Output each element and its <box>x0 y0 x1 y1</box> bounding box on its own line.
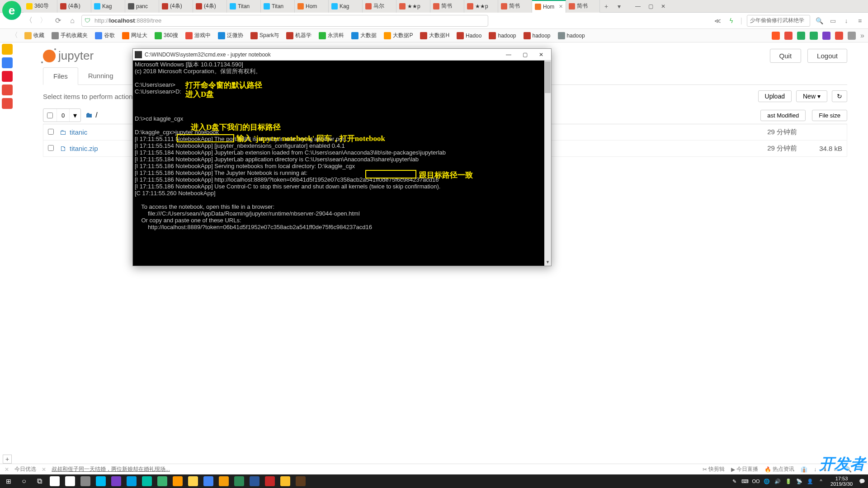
new-button[interactable]: New ▾ <box>796 90 827 102</box>
sidebar-icon[interactable] <box>2 71 13 82</box>
taskbar-app[interactable] <box>201 475 216 488</box>
new-tab-icon[interactable]: + <box>603 3 610 10</box>
bookmarks-prev-icon[interactable]: 〈 <box>9 30 20 41</box>
taskbar-app[interactable] <box>262 475 278 488</box>
col-file-size[interactable]: File size <box>812 110 847 121</box>
taskbar-clock[interactable]: 17:532019/3/30 <box>827 476 856 487</box>
taskbar-app[interactable] <box>216 475 231 488</box>
search-icon[interactable]: 🔍 <box>815 16 824 25</box>
taskbar-app[interactable] <box>78 475 93 488</box>
browser-tab[interactable]: (4条) <box>159 0 193 13</box>
jupyter-logo[interactable]: jupyter <box>43 49 94 63</box>
select-all[interactable]: 0 ▾ <box>43 108 81 122</box>
nav-forward-icon[interactable]: 〉 <box>38 15 49 26</box>
taskbar-app[interactable] <box>247 475 262 488</box>
bookmark-item[interactable]: 大数据P <box>381 31 415 40</box>
news-live[interactable]: ▶ 今日直播 <box>731 465 758 473</box>
toolbar-icon[interactable] <box>835 32 843 40</box>
cmd-scrollbar[interactable]: ▲ ▼ <box>544 61 551 266</box>
browser-tab[interactable]: ★★p <box>464 0 498 13</box>
select-all-checkbox[interactable] <box>47 113 53 118</box>
bookmark-item[interactable]: 收藏 <box>22 31 47 40</box>
browser-tab[interactable]: panc <box>125 0 159 13</box>
browser-tab[interactable]: 简书 <box>430 0 464 13</box>
browser-tab[interactable]: Hom <box>295 0 329 13</box>
browser-tab[interactable]: 简书 <box>498 0 532 13</box>
tray-icon[interactable]: 🔋 <box>783 476 793 486</box>
bookmark-item[interactable]: Spark与 <box>248 31 282 40</box>
tab-list-icon[interactable]: ▾ <box>615 3 623 10</box>
row-checkbox[interactable] <box>48 145 54 151</box>
news-hot[interactable]: 🔥 热点资讯 <box>764 465 794 473</box>
cortana-icon[interactable]: ○ <box>16 475 32 488</box>
scroll-down-icon[interactable]: ▼ <box>544 259 551 266</box>
file-name[interactable]: titanic.zip <box>70 145 98 152</box>
taskbar-app[interactable] <box>185 475 201 488</box>
row-checkbox[interactable] <box>48 129 54 135</box>
taskbar-app[interactable] <box>293 475 308 488</box>
bookmark-item[interactable]: 网址大 <box>119 31 150 40</box>
browser-tab[interactable]: Kag <box>91 0 125 13</box>
logout-button[interactable]: Logout <box>807 49 847 63</box>
quit-button[interactable]: Quit <box>770 49 802 63</box>
bookmark-item[interactable]: hadoop <box>521 31 553 40</box>
reload-icon[interactable]: ⟳ <box>52 15 63 26</box>
bookmark-item[interactable]: 泛微协 <box>215 31 246 40</box>
sidebar-icon[interactable] <box>2 98 13 109</box>
bookmark-item[interactable]: 大数据 <box>349 31 379 40</box>
menu-icon[interactable]: ≡ <box>855 16 864 25</box>
browser-tab[interactable]: 简书 <box>566 0 600 13</box>
nav-back-icon[interactable]: 〈 <box>24 15 34 26</box>
bookmark-item[interactable]: 360搜 <box>152 31 181 40</box>
sidebar-icon[interactable] <box>2 57 13 68</box>
cmd-minimize[interactable]: — <box>500 50 517 60</box>
sidebar-add-button[interactable]: + <box>3 455 12 464</box>
toolbar-icon[interactable] <box>772 32 780 40</box>
cmd-maximize[interactable]: ▢ <box>517 50 533 60</box>
browser-tab[interactable]: 360导 <box>24 0 57 13</box>
cmd-titlebar[interactable]: C:\WINDOWS\system32\cmd.exe - jupyter no… <box>133 49 551 61</box>
news-clip[interactable]: ✂ 快剪辑 <box>703 465 725 473</box>
tray-icon[interactable]: ^ <box>816 476 826 486</box>
browser-tab[interactable]: Titan <box>227 0 261 13</box>
browser-tab[interactable]: Hom✕ <box>532 0 566 13</box>
bookmarks-more-icon[interactable]: » <box>860 32 864 40</box>
tab-running[interactable]: Running <box>78 67 123 84</box>
upload-button[interactable]: Upload <box>758 90 792 102</box>
taskbar-app[interactable] <box>155 475 170 488</box>
tab-close-icon[interactable]: ✕ <box>559 4 563 9</box>
start-button[interactable]: ⊞ <box>1 475 16 488</box>
browser-tab[interactable]: ★★p <box>396 0 430 13</box>
breadcrumb[interactable]: / <box>95 111 97 119</box>
scroll-thumb[interactable] <box>545 61 551 93</box>
bookmark-item[interactable]: 游戏中 <box>183 31 213 40</box>
tray-icon[interactable]: OO <box>751 476 761 486</box>
sidebar-icon[interactable] <box>2 84 13 95</box>
toolbar-icon[interactable] <box>848 32 856 40</box>
share-icon[interactable]: ≪ <box>713 16 722 25</box>
download-icon[interactable]: ↓ <box>842 16 851 25</box>
taskbar-app[interactable] <box>93 475 108 488</box>
select-dropdown-icon[interactable]: ▾ <box>69 109 80 122</box>
taskbar-app[interactable] <box>62 475 78 488</box>
col-last-modified[interactable]: ast Modified <box>760 110 806 121</box>
cmd-close[interactable]: ✕ <box>533 50 549 60</box>
window-close[interactable]: ✕ <box>657 2 670 11</box>
browser-tab[interactable]: Kag <box>329 0 363 13</box>
taskbar-app[interactable] <box>108 475 124 488</box>
file-name[interactable]: titanic <box>70 128 87 136</box>
bookmark-item[interactable]: hadoop <box>486 31 519 40</box>
tray-icon[interactable]: ⌨ <box>740 476 750 486</box>
tray-icon[interactable]: ✎ <box>729 476 739 486</box>
tray-icon[interactable]: 📡 <box>794 476 804 486</box>
taskbar-app[interactable] <box>231 475 247 488</box>
browser-tab[interactable]: 马尔 <box>363 0 396 13</box>
taskbar-app[interactable] <box>139 475 155 488</box>
flash-icon[interactable]: ϟ <box>727 16 736 25</box>
taskbar-app[interactable] <box>124 475 139 488</box>
taskbar-app[interactable] <box>170 475 185 488</box>
news-link[interactable]: 叔叔和侄子同一天结婚，两位新娘却在婚礼现场... <box>52 465 170 473</box>
toolbar-icon[interactable] <box>797 32 805 40</box>
browser-tab[interactable]: Titan <box>261 0 295 13</box>
taskview-icon[interactable]: ⧉ <box>32 475 47 488</box>
